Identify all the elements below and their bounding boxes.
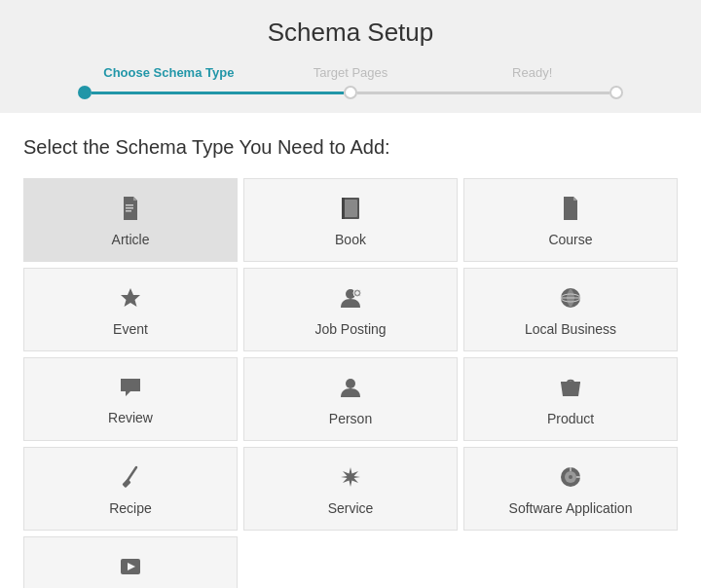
service-icon [339, 465, 362, 493]
job-posting-icon [339, 286, 362, 313]
product-icon [559, 376, 582, 403]
svg-rect-0 [126, 204, 133, 206]
svg-point-20 [569, 475, 572, 479]
event-icon [119, 286, 142, 313]
page-title: Schema Setup [0, 18, 701, 48]
schema-item-product[interactable]: Product [463, 357, 678, 441]
schema-item-local-business[interactable]: Local Business [463, 268, 678, 351]
wizard-track [78, 86, 623, 113]
schema-grid: Article Book [23, 178, 678, 588]
schema-item-video-object[interactable]: Video Object [23, 536, 238, 588]
svg-rect-4 [344, 200, 357, 217]
schema-item-course[interactable]: Course [463, 178, 678, 262]
svg-rect-17 [122, 479, 130, 488]
video-object-icon [119, 555, 142, 582]
schema-item-review[interactable]: Review [23, 357, 238, 441]
schema-item-person[interactable]: Person [243, 357, 458, 441]
software-application-icon [559, 465, 582, 493]
article-label: Article [112, 232, 150, 247]
person-icon [339, 376, 362, 403]
header: Schema Setup Choose Schema Type Target P… [0, 0, 701, 113]
wizard-labels: Choose Schema Type Target Pages Ready! [78, 65, 623, 86]
course-icon [560, 197, 581, 224]
book-label: Book [335, 232, 366, 247]
step-label-1: Choose Schema Type [78, 65, 260, 80]
svg-rect-2 [126, 210, 131, 212]
review-label: Review [108, 410, 153, 425]
step-label-2: Target Pages [260, 65, 442, 80]
local-business-label: Local Business [525, 321, 616, 337]
page-wrapper: Schema Setup Choose Schema Type Target P… [0, 0, 701, 588]
svg-rect-1 [126, 207, 133, 209]
wizard-bar: Choose Schema Type Target Pages Ready! [0, 65, 701, 113]
schema-item-book[interactable]: Book [243, 178, 458, 262]
book-icon [340, 197, 361, 224]
service-label: Service [328, 500, 374, 516]
step-dot-1 [78, 86, 92, 99]
svg-marker-6 [121, 288, 140, 307]
schema-item-recipe[interactable]: Recipe [23, 447, 238, 531]
schema-item-event[interactable]: Event [23, 268, 238, 351]
step-dot-2 [344, 86, 357, 99]
local-business-icon [559, 286, 582, 313]
recipe-icon [119, 465, 142, 493]
step-line-2-3 [357, 92, 609, 94]
schema-item-article[interactable]: Article [23, 178, 238, 262]
step-dot-3 [609, 86, 623, 99]
recipe-label: Recipe [109, 500, 152, 516]
step-line-1-2 [92, 92, 344, 94]
job-posting-label: Job Posting [314, 321, 386, 337]
course-label: Course [548, 232, 592, 247]
schema-item-software-application[interactable]: Software Application [463, 447, 678, 531]
software-application-label: Software Application [509, 500, 633, 516]
review-icon [119, 377, 142, 402]
section-title: Select the Schema Type You Need to Add: [23, 136, 678, 159]
person-label: Person [329, 411, 372, 426]
event-label: Event [113, 321, 148, 337]
main-content: Select the Schema Type You Need to Add: … [0, 113, 701, 588]
schema-item-service[interactable]: Service [243, 447, 458, 531]
svg-point-14 [346, 379, 355, 388]
svg-rect-5 [342, 198, 345, 219]
product-label: Product [547, 411, 594, 426]
article-icon [120, 197, 141, 224]
schema-item-job-posting[interactable]: Job Posting [243, 268, 458, 351]
step-label-3: Ready! [441, 65, 623, 80]
